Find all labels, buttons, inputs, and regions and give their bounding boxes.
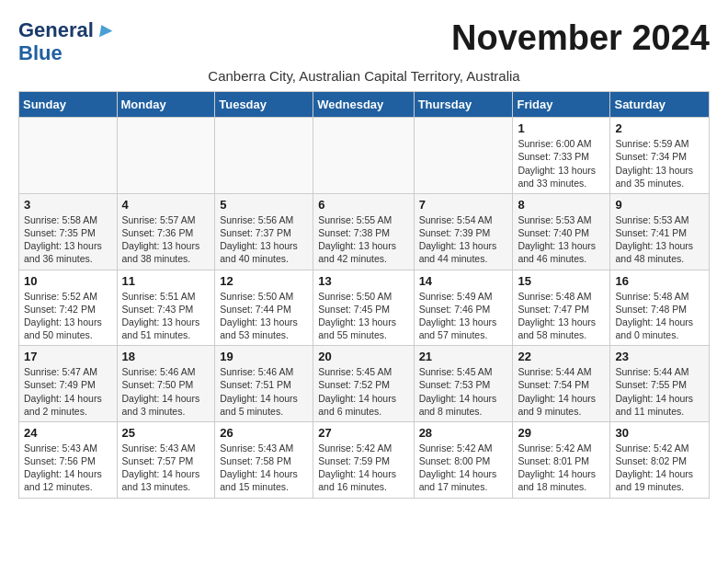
day-number: 17 — [24, 350, 112, 363]
day-info: Sunrise: 5:43 AM Sunset: 7:56 PM Dayligh… — [24, 442, 112, 494]
calendar-cell: 7Sunrise: 5:54 AM Sunset: 7:39 PM Daylig… — [414, 193, 513, 270]
day-number: 26 — [220, 426, 308, 440]
calendar-cell: 22Sunrise: 5:44 AM Sunset: 7:54 PM Dayli… — [513, 346, 610, 422]
col-header-sunday: Sunday — [19, 92, 118, 118]
day-number: 10 — [24, 274, 112, 288]
col-header-tuesday: Tuesday — [215, 92, 313, 118]
calendar-cell: 1Sunrise: 6:00 AM Sunset: 7:33 PM Daylig… — [513, 118, 610, 194]
day-info: Sunrise: 5:59 AM Sunset: 7:34 PM Dayligh… — [615, 137, 704, 190]
day-info: Sunrise: 5:47 AM Sunset: 7:49 PM Dayligh… — [24, 365, 112, 418]
day-info: Sunrise: 5:50 AM Sunset: 7:45 PM Dayligh… — [318, 290, 408, 342]
page-container: General ► Blue November 2024 Canberra Ci… — [0, 0, 728, 508]
day-info: Sunrise: 5:48 AM Sunset: 7:47 PM Dayligh… — [518, 290, 605, 342]
day-info: Sunrise: 5:56 AM Sunset: 7:37 PM Dayligh… — [220, 213, 308, 266]
logo: General ► Blue — [18, 18, 117, 64]
calendar-cell: 6Sunrise: 5:55 AM Sunset: 7:38 PM Daylig… — [313, 193, 414, 270]
day-number: 2 — [615, 121, 704, 135]
day-number: 15 — [518, 274, 605, 288]
calendar-cell: 18Sunrise: 5:46 AM Sunset: 7:50 PM Dayli… — [117, 346, 215, 422]
day-info: Sunrise: 5:42 AM Sunset: 7:59 PM Dayligh… — [318, 442, 408, 494]
day-info: Sunrise: 5:44 AM Sunset: 7:55 PM Dayligh… — [615, 365, 704, 418]
day-info: Sunrise: 5:42 AM Sunset: 8:01 PM Dayligh… — [518, 442, 605, 494]
day-number: 9 — [615, 198, 704, 212]
day-number: 24 — [24, 426, 112, 440]
day-info: Sunrise: 5:48 AM Sunset: 7:48 PM Dayligh… — [615, 290, 704, 342]
day-info: Sunrise: 5:53 AM Sunset: 7:41 PM Dayligh… — [615, 213, 704, 266]
day-number: 25 — [122, 426, 210, 440]
calendar-cell — [414, 118, 513, 194]
col-header-wednesday: Wednesday — [313, 92, 414, 118]
day-number: 16 — [615, 274, 704, 288]
header: General ► Blue November 2024 — [18, 18, 710, 64]
calendar-cell: 8Sunrise: 5:53 AM Sunset: 7:40 PM Daylig… — [513, 193, 610, 270]
day-info: Sunrise: 5:57 AM Sunset: 7:36 PM Dayligh… — [122, 213, 210, 266]
calendar-cell: 9Sunrise: 5:53 AM Sunset: 7:41 PM Daylig… — [610, 193, 710, 270]
calendar-cell — [313, 118, 414, 194]
day-info: Sunrise: 5:49 AM Sunset: 7:46 PM Dayligh… — [419, 290, 508, 342]
day-number: 23 — [615, 350, 704, 363]
month-title: November 2024 — [451, 18, 710, 58]
day-number: 20 — [318, 350, 408, 363]
calendar-cell: 16Sunrise: 5:48 AM Sunset: 7:48 PM Dayli… — [610, 270, 710, 346]
day-number: 12 — [220, 274, 308, 288]
calendar-cell — [215, 118, 313, 194]
day-info: Sunrise: 5:54 AM Sunset: 7:39 PM Dayligh… — [419, 213, 508, 266]
day-info: Sunrise: 5:51 AM Sunset: 7:43 PM Dayligh… — [122, 290, 210, 342]
col-header-saturday: Saturday — [610, 92, 710, 118]
day-number: 30 — [615, 426, 704, 440]
calendar-cell: 28Sunrise: 5:42 AM Sunset: 8:00 PM Dayli… — [414, 421, 513, 498]
calendar-cell: 15Sunrise: 5:48 AM Sunset: 7:47 PM Dayli… — [513, 270, 610, 346]
day-number: 22 — [518, 350, 605, 363]
day-info: Sunrise: 5:42 AM Sunset: 8:00 PM Dayligh… — [419, 442, 508, 494]
day-info: Sunrise: 5:44 AM Sunset: 7:54 PM Dayligh… — [518, 365, 605, 418]
calendar-cell — [19, 118, 118, 194]
day-info: Sunrise: 5:52 AM Sunset: 7:42 PM Dayligh… — [24, 290, 112, 342]
day-info: Sunrise: 5:42 AM Sunset: 8:02 PM Dayligh… — [615, 442, 704, 494]
col-header-friday: Friday — [513, 92, 610, 118]
calendar-week-row: 3Sunrise: 5:58 AM Sunset: 7:35 PM Daylig… — [19, 193, 710, 270]
calendar-header-row: SundayMondayTuesdayWednesdayThursdayFrid… — [19, 92, 710, 118]
calendar-cell: 23Sunrise: 5:44 AM Sunset: 7:55 PM Dayli… — [610, 346, 710, 422]
day-number: 1 — [518, 121, 605, 135]
calendar-cell: 26Sunrise: 5:43 AM Sunset: 7:58 PM Dayli… — [215, 421, 313, 498]
logo-blue: Blue — [18, 42, 117, 64]
day-info: Sunrise: 5:43 AM Sunset: 7:57 PM Dayligh… — [122, 442, 210, 494]
day-info: Sunrise: 5:53 AM Sunset: 7:40 PM Dayligh… — [518, 213, 605, 266]
day-number: 5 — [220, 198, 308, 212]
calendar-cell: 10Sunrise: 5:52 AM Sunset: 7:42 PM Dayli… — [19, 270, 118, 346]
day-info: Sunrise: 5:58 AM Sunset: 7:35 PM Dayligh… — [24, 213, 112, 266]
calendar-week-row: 1Sunrise: 6:00 AM Sunset: 7:33 PM Daylig… — [19, 118, 710, 194]
calendar-cell: 29Sunrise: 5:42 AM Sunset: 8:01 PM Dayli… — [513, 421, 610, 498]
day-number: 19 — [220, 350, 308, 363]
col-header-monday: Monday — [117, 92, 215, 118]
calendar-cell: 21Sunrise: 5:45 AM Sunset: 7:53 PM Dayli… — [414, 346, 513, 422]
calendar-cell: 25Sunrise: 5:43 AM Sunset: 7:57 PM Dayli… — [117, 421, 215, 498]
calendar-week-row: 10Sunrise: 5:52 AM Sunset: 7:42 PM Dayli… — [19, 270, 710, 346]
calendar-cell: 27Sunrise: 5:42 AM Sunset: 7:59 PM Dayli… — [313, 421, 414, 498]
calendar-week-row: 17Sunrise: 5:47 AM Sunset: 7:49 PM Dayli… — [19, 346, 710, 422]
calendar-cell: 14Sunrise: 5:49 AM Sunset: 7:46 PM Dayli… — [414, 270, 513, 346]
day-info: Sunrise: 5:50 AM Sunset: 7:44 PM Dayligh… — [220, 290, 308, 342]
calendar-cell: 20Sunrise: 5:45 AM Sunset: 7:52 PM Dayli… — [313, 346, 414, 422]
logo-arrow-icon: ► — [95, 18, 119, 42]
calendar-cell: 5Sunrise: 5:56 AM Sunset: 7:37 PM Daylig… — [215, 193, 313, 270]
day-info: Sunrise: 5:55 AM Sunset: 7:38 PM Dayligh… — [318, 213, 408, 266]
subtitle: Canberra City, Australian Capital Territ… — [18, 68, 710, 84]
calendar-cell: 13Sunrise: 5:50 AM Sunset: 7:45 PM Dayli… — [313, 270, 414, 346]
calendar-cell: 24Sunrise: 5:43 AM Sunset: 7:56 PM Dayli… — [19, 421, 118, 498]
day-info: Sunrise: 5:46 AM Sunset: 7:50 PM Dayligh… — [122, 365, 210, 418]
col-header-thursday: Thursday — [414, 92, 513, 118]
day-info: Sunrise: 5:46 AM Sunset: 7:51 PM Dayligh… — [220, 365, 308, 418]
calendar-cell: 30Sunrise: 5:42 AM Sunset: 8:02 PM Dayli… — [610, 421, 710, 498]
calendar-cell: 3Sunrise: 5:58 AM Sunset: 7:35 PM Daylig… — [19, 193, 118, 270]
day-number: 7 — [419, 198, 508, 212]
calendar-cell: 17Sunrise: 5:47 AM Sunset: 7:49 PM Dayli… — [19, 346, 118, 422]
day-number: 29 — [518, 426, 605, 440]
calendar-week-row: 24Sunrise: 5:43 AM Sunset: 7:56 PM Dayli… — [19, 421, 710, 498]
calendar-cell: 2Sunrise: 5:59 AM Sunset: 7:34 PM Daylig… — [610, 118, 710, 194]
day-info: Sunrise: 6:00 AM Sunset: 7:33 PM Dayligh… — [518, 137, 605, 190]
logo-general: General — [18, 19, 94, 41]
day-number: 11 — [122, 274, 210, 288]
calendar-cell: 19Sunrise: 5:46 AM Sunset: 7:51 PM Dayli… — [215, 346, 313, 422]
day-number: 13 — [318, 274, 408, 288]
